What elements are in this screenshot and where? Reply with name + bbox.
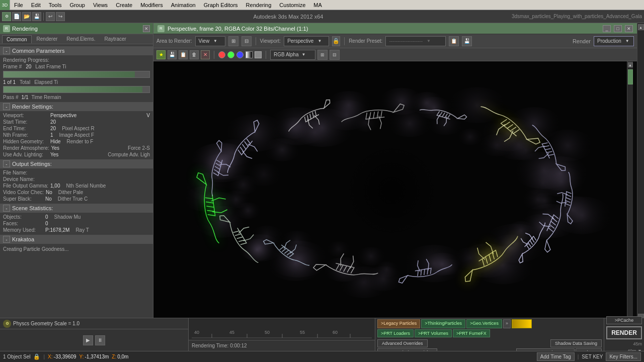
file-name-key: File Name: [3,170,43,175]
menu-rendering[interactable]: Rendering [242,1,276,9]
collapse-common[interactable]: - [3,47,10,54]
collapse-krakatoa[interactable]: - [3,236,10,243]
menu-file[interactable]: File [10,1,27,9]
menu-tools[interactable]: Tools [45,1,66,9]
panel-close[interactable]: ✕ [143,25,150,32]
scrollbar-thumb[interactable] [628,69,633,84]
legacy-btn[interactable]: >Legacy Particles [377,319,420,328]
channel-dropdown[interactable]: RGB Alpha ▼ [270,50,315,60]
preset-dropdown[interactable]: -------------------- ▼ [385,36,446,46]
thinking-btn[interactable]: >ThinkingParticles [421,319,465,328]
view-btn-2[interactable]: ⊟ [330,50,340,60]
faces-key: Faces: [3,221,43,226]
section-krakatoa: - Krakatoa [0,235,153,244]
key-filters-btn[interactable]: Key Filters... [606,352,641,361]
viewport-label: Viewport: [260,38,281,44]
track-icon[interactable]: ▶ [83,335,93,345]
geo-vertices-btn[interactable]: >Geo.Vertices [466,319,502,328]
menu-customize[interactable]: Customize [275,1,309,9]
add-time-tag-btn[interactable]: Add Time Tag [537,352,575,361]
tab-renderer[interactable]: Renderer [33,35,62,43]
scene-stats-label: Scene Statistics: [12,205,53,211]
bottom-left-icons: ▶ ⏸ [80,335,108,345]
prt-fumefx-btn[interactable]: >PRT FumeFX [453,329,490,337]
tab-common[interactable]: Common [2,35,32,43]
advanced-overrides-btn[interactable]: Advanced Overrides [377,339,428,347]
super-black-key: Super Black: [3,196,43,202]
tool-clear[interactable]: 🗑 [190,50,199,59]
force-label: Force 2-S [128,145,150,151]
main-scroll-up[interactable]: ▲ [638,24,644,30]
menu-edit[interactable]: Edit [27,1,45,9]
menu-graph-editors[interactable]: Graph Editors [200,1,242,9]
toolbar-undo[interactable]: ↩ [46,12,55,21]
adv-light-key: Use Adv. Lighting: [3,152,48,157]
render-toolbar-1: Area to Render: View ▼ ⊞ ⊟ Viewport: Per… [153,34,637,48]
render-big-btn[interactable]: RENDER [606,326,642,339]
win-close[interactable]: ✕ [625,25,633,32]
hidden-geo-key: Hidden Geometry: [3,139,48,144]
anim-icon[interactable]: ⏸ [95,335,105,345]
tab-rendelem[interactable]: Rend.Elems. [62,35,99,43]
load-preset-btn[interactable]: 📋 [449,36,459,46]
menu-animation[interactable]: Animation [167,1,200,9]
output-settings-label: Output Settings: [12,161,52,167]
collapse-output[interactable]: - [3,160,10,167]
bottom-left: ⚙ Physcs Geometry Scale = 1.0 ▶ ⏸ [0,318,189,351]
tool-close-render[interactable]: ✕ [201,50,210,59]
adv-light-val: Yes [50,152,58,157]
lock-icon-status[interactable]: 🔒 [33,353,40,360]
color-green[interactable] [227,51,234,58]
menu-maxscript[interactable]: MA [309,1,326,9]
timeline: 40 45 50 55 60 Rendering Time: 0:00:12 [189,318,375,351]
set-key-label: SET KEY [582,354,603,359]
viewport-dropdown[interactable]: Perspective ▼ [284,36,329,46]
common-params-label: Common Parameters [12,48,65,54]
save-preset-btn[interactable]: 💾 [462,36,472,46]
section-output: - Output Settings: [0,159,153,168]
menu-create[interactable]: Create [112,1,136,9]
pcache-btn[interactable]: >PCache [606,316,642,324]
win-minimize[interactable]: _ [603,25,611,32]
total-progress-bar [4,71,135,77]
nth-frame-val: 1 [50,132,53,138]
scrollbar-up[interactable]: ▲ [628,62,633,67]
toolbar-new[interactable]: 📄 [12,12,21,21]
krakatoa-label: Krakatoa [12,236,34,242]
mono-black[interactable] [255,51,262,58]
prt-loaders-btn[interactable]: >PRT Loaders [377,329,414,337]
tool-copy[interactable]: 📋 [179,50,188,59]
x-coord-group: X: -33,39609 [48,354,76,359]
menu-views[interactable]: Views [89,1,112,9]
toolbar-save[interactable]: 💾 [32,12,41,21]
mono-toggle[interactable] [246,51,253,58]
shadow-mu-label: Shadow Mu [54,214,81,220]
super-black-val: No [45,196,52,202]
lock-viewport-btn[interactable]: 🔒 [332,36,340,46]
tab-raytracer[interactable]: Raytracer [101,35,130,43]
total-label: Total [20,79,30,85]
tool-save-img[interactable]: 💾 [168,50,177,59]
tool-star[interactable]: ★ [156,50,166,59]
production-dropdown[interactable]: Production ▼ [594,36,634,46]
start-time-key: Start Time: [3,119,48,125]
menu-group[interactable]: Group [65,1,89,9]
toolbar-redo[interactable]: ↪ [56,12,65,21]
objects-key: Objects: [3,214,43,220]
shadow-data-btn[interactable]: Shadow Data Saving [550,339,602,347]
area-dropdown[interactable]: View ▼ [195,36,225,46]
memory-val: P:1678,2M [45,227,69,233]
expand-btn[interactable]: » [503,319,511,328]
win-maximize[interactable]: □ [614,25,622,32]
collapse-stats[interactable]: - [3,205,10,212]
x-label: X: [48,354,52,359]
area-region-btn[interactable]: ⊞ [228,36,238,46]
toolbar-open[interactable]: 📂 [22,12,31,21]
prt-volumes-btn[interactable]: >PRT Volumes [415,329,452,337]
view-btn-1[interactable]: ⊞ [317,50,328,60]
menu-modifiers[interactable]: Modifiers [136,1,167,9]
color-red[interactable] [218,51,225,58]
collapse-render[interactable]: - [3,103,10,110]
area-auto-btn[interactable]: ⊟ [242,36,252,46]
color-blue[interactable] [236,51,244,58]
